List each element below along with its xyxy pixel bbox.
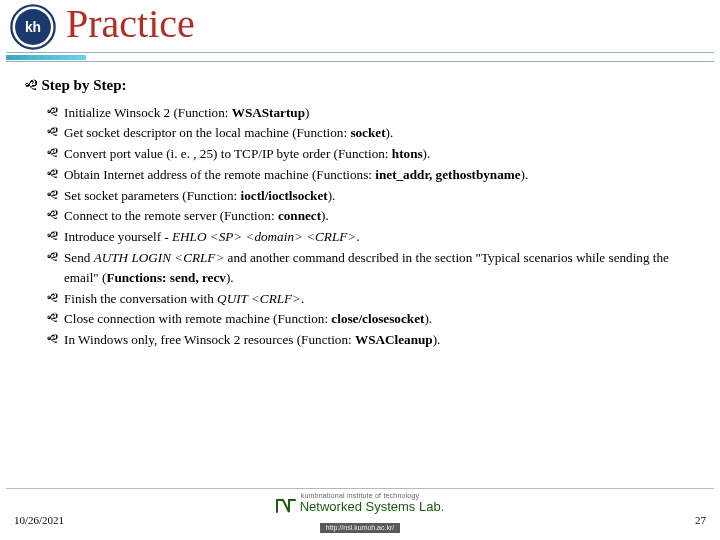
footer-brand: kumbnational institute of technology Net…	[220, 492, 500, 534]
list-item: Set socket parameters (Function: ioctl/i…	[46, 186, 700, 206]
section-heading: Step by Step:	[24, 74, 700, 97]
list-item: Initialize Winsock 2 (Function: WSAStart…	[46, 103, 700, 123]
lab-logo-icon	[276, 499, 296, 516]
list-item: Get socket descriptor on the local machi…	[46, 123, 700, 143]
header: kh Practice	[0, 0, 720, 64]
svg-text:kh: kh	[25, 20, 41, 35]
list-item: Connect to the remote server (Function: …	[46, 206, 700, 226]
footer-url: http://nsl.kumoh.ac.kr/	[320, 523, 400, 533]
content: Step by Step: Initialize Winsock 2 (Func…	[0, 64, 720, 350]
step-list: Initialize Winsock 2 (Function: WSAStart…	[24, 103, 700, 351]
footer-lab: Networked Systems Lab.	[220, 499, 500, 516]
list-item: Send AUTH LOGIN <CRLF> and another comma…	[46, 248, 700, 288]
footer-page-number: 27	[695, 514, 706, 526]
institute-logo-icon: kh	[10, 4, 56, 50]
footer: 10/26/2021 kumbnational institute of tec…	[0, 488, 720, 532]
header-divider	[6, 52, 714, 62]
page-title: Practice	[66, 0, 195, 47]
list-item: Finish the conversation with QUIT <CRLF>…	[46, 289, 700, 309]
list-item: Introduce yourself - EHLO <SP> <domain> …	[46, 227, 700, 247]
list-item: Obtain Internet address of the remote ma…	[46, 165, 700, 185]
list-item: Convert port value (i. e. , 25) to TCP/I…	[46, 144, 700, 164]
footer-date: 10/26/2021	[14, 514, 64, 526]
list-item: Close connection with remote machine (Fu…	[46, 309, 700, 329]
list-item: In Windows only, free Winsock 2 resource…	[46, 330, 700, 350]
